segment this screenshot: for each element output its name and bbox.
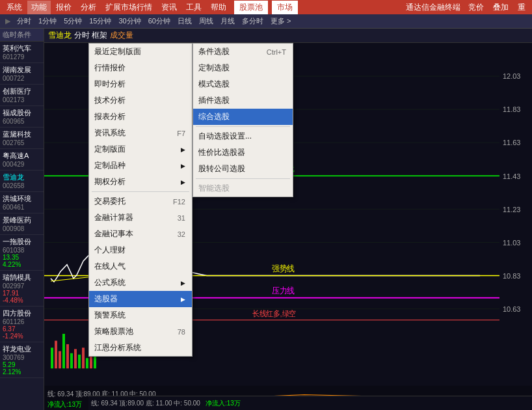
- menu-recent[interactable]: 最近定制版面: [89, 44, 192, 60]
- menu-stock-selector[interactable]: 选股器 ▶: [89, 291, 192, 307]
- svg-text:11.43: 11.43: [503, 172, 520, 180]
- menu-notebook[interactable]: 金融记事本 32: [89, 226, 192, 242]
- menu-strategy-pool[interactable]: 策略股票池 78: [89, 323, 192, 340]
- sidebar-item-0[interactable]: 英利汽车 601279: [0, 42, 44, 63]
- svg-text:压力线: 压力线: [272, 286, 295, 295]
- submenu-condition[interactable]: 条件选股 Ctrl+T: [193, 44, 293, 60]
- menu-calculator[interactable]: 金融计算器 31: [89, 210, 192, 226]
- svg-text:12.03: 12.03: [503, 72, 520, 80]
- menu-divider-1: [92, 191, 189, 192]
- submenu-stock-selector[interactable]: 条件选股 Ctrl+T 定制选股 模式选股 插件选股 综合选股 自动选股设置..…: [193, 43, 293, 197]
- svg-text:净流入:13万: 净流入:13万: [47, 400, 82, 407]
- menu-quote-price[interactable]: 行情报价: [89, 60, 192, 76]
- menu-report[interactable]: 报表分析: [89, 109, 192, 125]
- menu-popularity[interactable]: 在线人气: [89, 258, 192, 275]
- main-layout: 临时条件 英利汽车 601279 湖南发展 000722 创新医疗 002173…: [0, 29, 532, 410]
- bottom-tickers: 线: 69.34 顶:89.00 底: 11.00 中: 50.00 净流入:1…: [88, 396, 532, 410]
- chart-stock-name: 雪迪龙: [48, 30, 72, 41]
- menu-alert[interactable]: 预警系统: [89, 307, 192, 323]
- menu-info-system[interactable]: 资讯系统 F7: [89, 125, 192, 141]
- menu-custom-variety[interactable]: 定制品种 ▶: [89, 157, 192, 174]
- app-title: 通达信金融终端: [406, 2, 463, 13]
- timeframe-more[interactable]: 更多 >: [267, 15, 294, 27]
- svg-rect-25: [51, 348, 53, 368]
- menu-market[interactable]: 市场: [272, 1, 298, 14]
- sidebar-item-4[interactable]: 蓝黛科技 002765: [0, 128, 44, 149]
- chart-toolbar: ▶ 分时 1分钟 5分钟 15分钟 30分钟 60分钟 日线 周线 月线 多分时…: [0, 14, 532, 29]
- timeframe-daily[interactable]: 日线: [174, 15, 195, 27]
- svg-text:11.23: 11.23: [503, 205, 520, 213]
- submenu-value-compare[interactable]: 性价比选股器: [193, 144, 293, 161]
- ticker-info: 线: 69.34 顶:89.00 底: 11.00 中: 50.00: [91, 399, 200, 408]
- timeframe-5min[interactable]: 5分钟: [60, 15, 85, 27]
- sidebar-item-1[interactable]: 湖南发展 000722: [0, 63, 44, 85]
- menu-info[interactable]: 资讯: [157, 1, 181, 14]
- svg-rect-26: [55, 341, 57, 369]
- sidebar-item-11[interactable]: 四方股份 601126 6.37 -1.24%: [0, 307, 44, 342]
- timeframe-60min[interactable]: 60分钟: [145, 15, 174, 27]
- menu-function[interactable]: 功能: [27, 1, 51, 14]
- menu-formula[interactable]: 公式系统 ▶: [89, 275, 192, 291]
- timeframe-fen[interactable]: 分时: [14, 15, 34, 27]
- svg-rect-30: [70, 353, 73, 368]
- menu-extended[interactable]: 扩展市场行情: [101, 1, 156, 14]
- menu-finance[interactable]: 个人理财: [89, 242, 192, 258]
- menu-custom-layout[interactable]: 定制版面 ▶: [89, 141, 192, 157]
- submenu-divider-2: [196, 178, 290, 179]
- timeframe-weekly[interactable]: 周线: [196, 15, 217, 27]
- submenu-otc[interactable]: 股转公司选股: [193, 161, 293, 177]
- timeframe-multifen[interactable]: 多分时: [239, 15, 267, 27]
- menu-trade[interactable]: 交易委托 F12: [89, 193, 192, 210]
- timeframe-15min[interactable]: 15分钟: [86, 15, 114, 27]
- menu-tech-analysis[interactable]: 技术分析: [89, 92, 192, 109]
- sidebar: 临时条件 英利汽车 601279 湖南发展 000722 创新医疗 002173…: [0, 29, 44, 410]
- sidebar-item-12[interactable]: 祥龙电业 300769 5.29 2.12%: [0, 342, 44, 378]
- sidebar-item-2[interactable]: 创新医疗 002173: [0, 85, 44, 106]
- menu-realtime[interactable]: 即时分析: [89, 76, 192, 92]
- svg-text:11.63: 11.63: [503, 139, 520, 146]
- svg-rect-32: [78, 355, 81, 368]
- svg-text:11.83: 11.83: [503, 105, 520, 113]
- sidebar-item-7[interactable]: 洪城环境 600461: [0, 192, 44, 213]
- submenu-pattern[interactable]: 模式选股: [193, 76, 293, 92]
- btn-overlay[interactable]: 叠加: [489, 1, 512, 14]
- sidebar-item-10[interactable]: 瑞鹄模具 002997 17.91 -4.48%: [0, 271, 44, 307]
- svg-text:强势线: 强势线: [272, 264, 295, 273]
- menu-system[interactable]: 系统: [3, 1, 26, 14]
- menu-quote[interactable]: 报价: [52, 1, 75, 14]
- chart-subtitle2: 成交量: [110, 30, 133, 41]
- svg-rect-33: [82, 348, 85, 368]
- submenu-custom[interactable]: 定制选股: [193, 60, 293, 76]
- sidebar-item-8[interactable]: 景峰医药 000908: [0, 213, 44, 235]
- timeframe-monthly[interactable]: 月线: [217, 15, 238, 27]
- sidebar-item-6[interactable]: 雪迪龙 002658: [0, 171, 44, 192]
- svg-text:长线红多,绿空: 长线红多,绿空: [252, 310, 296, 318]
- sidebar-section-title: 临时条件: [0, 29, 44, 42]
- submenu-plugin[interactable]: 插件选股: [193, 92, 293, 109]
- function-menu[interactable]: 最近定制版面 行情报价 即时分析 技术分析 报表分析 资讯系统 F7: [88, 43, 193, 357]
- btn-reset[interactable]: 重: [514, 1, 529, 14]
- timeframe-1min[interactable]: 1分钟: [35, 15, 60, 27]
- menu-help[interactable]: 帮助: [207, 1, 230, 14]
- svg-rect-27: [59, 351, 61, 369]
- submenu-comprehensive[interactable]: 综合选股: [193, 109, 293, 125]
- menu-options[interactable]: 期权分析 ▶: [89, 174, 192, 190]
- svg-text:10.63: 10.63: [503, 305, 520, 313]
- sidebar-item-5[interactable]: 粤高速A 000429: [0, 149, 44, 171]
- svg-text:10.83: 10.83: [503, 272, 520, 280]
- menu-tools[interactable]: 工具: [182, 1, 206, 14]
- menu-stockpool[interactable]: 股票池: [234, 1, 268, 14]
- top-bar: 系统 功能 报价 分析 扩展市场行情 资讯 工具 帮助 股票池 市场 通达信金融…: [0, 0, 532, 14]
- chart-header: 雪迪龙 分时 框架 成交量: [44, 29, 532, 43]
- submenu-auto-settings[interactable]: 自动选股设置...: [193, 128, 293, 144]
- menu-gann[interactable]: 江恩分析系统: [89, 340, 192, 356]
- svg-rect-28: [62, 334, 65, 368]
- menu-analysis[interactable]: 分析: [77, 1, 100, 14]
- svg-rect-34: [86, 358, 88, 368]
- sidebar-item-9[interactable]: 一拖股份 601038 13.35 4.22%: [0, 235, 44, 271]
- ticker-flow: 净流入:13万: [206, 399, 241, 408]
- sidebar-item-3[interactable]: 福成股份 600965: [0, 106, 44, 128]
- svg-rect-29: [66, 344, 69, 368]
- timeframe-30min[interactable]: 30分钟: [116, 15, 144, 27]
- btn-competition[interactable]: 竞价: [464, 1, 488, 14]
